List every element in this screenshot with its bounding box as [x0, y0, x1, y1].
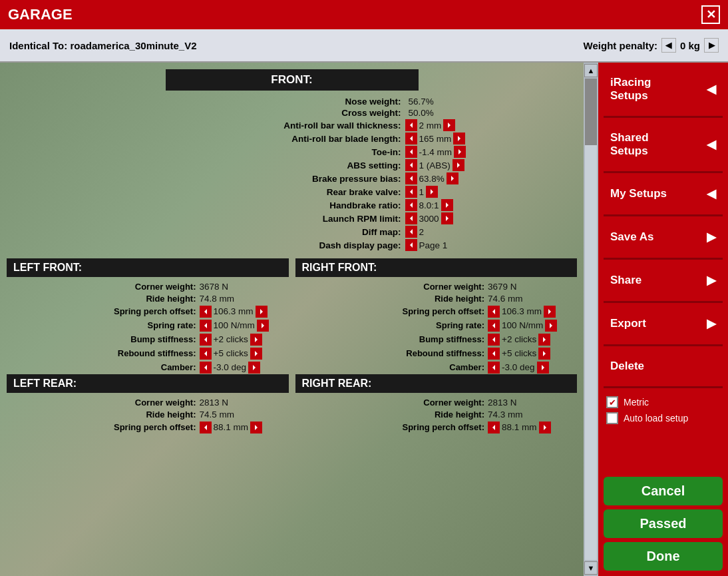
svg-marker-36 — [492, 365, 495, 370]
weight-decrease-button[interactable]: ◀ — [661, 38, 676, 53]
passed-button[interactable]: Passed — [604, 509, 723, 538]
rf-bump-decrease[interactable] — [488, 334, 500, 346]
close-button[interactable]: ✕ — [701, 5, 720, 24]
svg-marker-39 — [255, 425, 258, 430]
svg-marker-14 — [410, 216, 413, 221]
dash-page-decrease[interactable] — [405, 239, 417, 251]
rear-brake-valve-increase[interactable] — [426, 186, 438, 198]
handbrake-increase[interactable] — [441, 199, 453, 211]
weight-increase-button[interactable]: ▶ — [704, 38, 719, 53]
sidebar-divider-4 — [604, 258, 723, 260]
svg-marker-25 — [255, 351, 258, 356]
lf-camber-decrease[interactable] — [200, 362, 212, 374]
scroll-down-button[interactable]: ▼ — [584, 561, 598, 575]
delete-button[interactable]: Delete — [604, 352, 723, 381]
lf-camber-increase[interactable] — [248, 362, 260, 374]
svg-marker-37 — [542, 365, 544, 370]
export-button[interactable]: Export ▶ — [604, 308, 723, 339]
svg-marker-35 — [543, 351, 546, 356]
rf-camber-increase[interactable] — [537, 362, 549, 374]
cancel-button[interactable]: Cancel — [604, 477, 723, 505]
svg-marker-24 — [204, 351, 207, 356]
left-rear-header: LEFT REAR: — [7, 374, 289, 393]
right-rear-header: RIGHT REAR: — [295, 374, 578, 393]
save-as-button[interactable]: Save As ▶ — [604, 222, 723, 252]
metric-label: Metric — [624, 397, 649, 408]
my-setups-arrow: ◀ — [707, 186, 716, 201]
rf-spring-rate-increase[interactable] — [545, 320, 557, 332]
lf-spring-rate-increase[interactable] — [257, 320, 269, 332]
share-button[interactable]: Share ▶ — [604, 265, 723, 296]
brake-bias-increase[interactable] — [447, 172, 458, 184]
front-spec-nose-weight: Nose weight: 56.7% — [106, 96, 478, 107]
arb-wall-increase[interactable] — [443, 119, 455, 131]
sidebar-divider-7 — [604, 386, 723, 388]
rf-rebound-increase[interactable] — [538, 348, 550, 360]
my-setups-button[interactable]: My Setups ◀ — [604, 178, 723, 209]
weight-penalty-value: 0 kg — [680, 40, 700, 51]
lf-rebound-decrease[interactable] — [200, 348, 212, 360]
svg-marker-1 — [448, 123, 451, 128]
handbrake-decrease[interactable] — [405, 199, 417, 211]
shared-setups-arrow: ◀ — [707, 137, 716, 152]
lf-spring-rate-decrease[interactable] — [200, 320, 212, 332]
shared-setups-button[interactable]: SharedSetups ◀ — [604, 123, 723, 166]
app-title: GARAGE — [8, 6, 73, 23]
rear-brake-valve-decrease[interactable] — [405, 186, 417, 198]
svg-marker-10 — [410, 189, 413, 194]
arb-blade-decrease[interactable] — [405, 133, 417, 144]
content-inner: FRONT: Nose weight: 56.7% Cross weight: … — [7, 69, 577, 434]
front-header: FRONT: — [166, 69, 419, 91]
lr-spring-perch-increase[interactable] — [250, 422, 262, 433]
auto-load-checkbox[interactable] — [606, 412, 618, 424]
rf-camber-decrease[interactable] — [488, 362, 500, 374]
front-spec-dash-page: Dash display page: Page 1 — [106, 238, 478, 252]
metric-checkbox[interactable] — [606, 396, 618, 408]
arb-wall-decrease[interactable] — [405, 119, 417, 131]
lf-spring-perch-increase[interactable] — [256, 306, 268, 318]
rf-spring-perch-decrease[interactable] — [488, 306, 500, 318]
rr-spring-perch-increase[interactable] — [539, 422, 551, 433]
svg-marker-17 — [410, 242, 413, 248]
main-area: FRONT: Nose weight: 56.7% Cross weight: … — [0, 63, 728, 576]
svg-marker-29 — [548, 309, 551, 314]
scroll-up-button[interactable]: ▲ — [584, 64, 598, 77]
iracing-setups-button[interactable]: iRacingSetups ◀ — [604, 68, 723, 111]
content-area: FRONT: Nose weight: 56.7% Cross weight: … — [0, 63, 584, 576]
toe-in-increase[interactable] — [454, 146, 466, 158]
lf-bump-decrease[interactable] — [200, 334, 212, 346]
svg-marker-4 — [410, 149, 413, 154]
right-rear-section: RIGHT REAR: Corner weight: 2813 N Ride h… — [295, 374, 578, 434]
done-button[interactable]: Done — [604, 542, 723, 571]
sidebar-divider-1 — [604, 116, 723, 118]
front-specs: Nose weight: 56.7% Cross weight: 50.0% A… — [7, 96, 577, 252]
right-front-section: RIGHT FRONT: Corner weight: 3679 N Ride … — [295, 258, 578, 374]
rf-spring-perch-increase[interactable] — [544, 306, 556, 318]
rf-bump-increase[interactable] — [538, 334, 550, 346]
lf-spring-perch-decrease[interactable] — [200, 306, 212, 318]
arb-blade-increase[interactable] — [453, 133, 465, 144]
brake-bias-decrease[interactable] — [405, 172, 417, 184]
scroll-thumb[interactable] — [585, 79, 597, 145]
abs-increase[interactable] — [453, 159, 464, 171]
diff-map-decrease[interactable] — [405, 226, 417, 238]
rf-rebound-decrease[interactable] — [488, 348, 500, 360]
svg-marker-30 — [492, 323, 495, 328]
lr-spring-perch-decrease[interactable] — [200, 422, 212, 433]
svg-marker-11 — [431, 189, 433, 194]
svg-marker-26 — [204, 365, 207, 370]
svg-marker-7 — [457, 162, 460, 168]
launch-rpm-increase[interactable] — [441, 212, 453, 224]
toe-in-decrease[interactable] — [405, 146, 417, 158]
launch-rpm-decrease[interactable] — [405, 212, 417, 224]
sidebar-divider-3 — [604, 214, 723, 216]
rf-spring-rate-decrease[interactable] — [488, 320, 500, 332]
rr-spring-perch-decrease[interactable] — [488, 422, 500, 433]
rf-rebound: Rebound stiffness: +5 clicks — [295, 346, 578, 360]
lf-bump-increase[interactable] — [250, 334, 262, 346]
lf-rebound: Rebound stiffness: +5 clicks — [7, 346, 289, 360]
svg-marker-19 — [260, 309, 263, 314]
abs-decrease[interactable] — [405, 159, 417, 171]
sidebar-divider-6 — [604, 344, 723, 346]
lf-rebound-increase[interactable] — [250, 348, 262, 360]
